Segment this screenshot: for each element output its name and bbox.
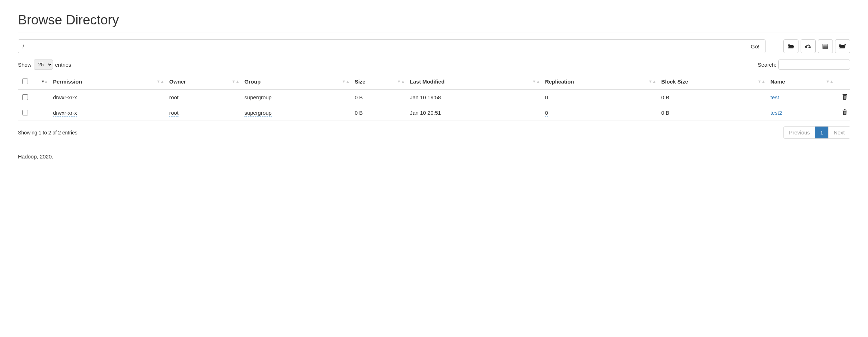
footer-separator xyxy=(18,146,850,146)
sort-icon: ▼▲ xyxy=(758,80,766,83)
folder-open-icon xyxy=(788,44,794,49)
block-size-value: 0 B xyxy=(661,94,669,100)
column-label: Name xyxy=(771,79,785,85)
new-folder-button[interactable] xyxy=(835,39,850,53)
open-folder-button[interactable] xyxy=(783,39,798,53)
name-link[interactable]: test xyxy=(771,94,779,100)
new-folder-icon xyxy=(839,44,846,49)
column-sort-indicator[interactable]: ▼▲ xyxy=(36,74,50,89)
column-permission[interactable]: Permission ▼▲ xyxy=(50,74,166,89)
group-value[interactable]: supergroup xyxy=(244,110,272,117)
list-button[interactable] xyxy=(818,39,833,53)
column-last-modified[interactable]: Last Modified ▼▲ xyxy=(407,74,542,89)
path-input-group: Go! xyxy=(18,39,766,53)
replication-value[interactable]: 0 xyxy=(545,94,548,101)
permission-value[interactable]: drwxr-xr-x xyxy=(53,110,77,117)
entries-select[interactable]: 25 xyxy=(34,60,53,70)
pagination: Previous 1 Next xyxy=(783,126,850,139)
last-modified-value: Jan 10 19:58 xyxy=(410,94,441,100)
last-modified-value: Jan 10 20:51 xyxy=(410,110,441,116)
go-button[interactable]: Go! xyxy=(745,40,765,53)
page-title: Browse Directory xyxy=(18,13,850,28)
row-checkbox[interactable] xyxy=(22,94,28,100)
replication-value[interactable]: 0 xyxy=(545,110,548,117)
path-input[interactable] xyxy=(18,40,745,53)
pagination-page-1[interactable]: 1 xyxy=(815,127,829,138)
permission-value[interactable]: drwxr-xr-x xyxy=(53,94,77,101)
sort-icon: ▼▲ xyxy=(397,80,405,83)
sort-icon: ▼▲ xyxy=(648,80,656,83)
sort-icon: ▼▲ xyxy=(826,80,834,83)
table-info: Showing 1 to 2 of 2 entries xyxy=(18,130,77,136)
column-label: Last Modified xyxy=(410,79,445,85)
column-block-size[interactable]: Block Size ▼▲ xyxy=(658,74,768,89)
show-label-post: entries xyxy=(55,62,71,68)
footer-text: Hadoop, 2020. xyxy=(18,153,850,160)
file-table: ▼▲ Permission ▼▲ Owner ▼▲ Group ▼▲ Size … xyxy=(18,74,850,120)
column-name[interactable]: Name ▼▲ xyxy=(768,74,836,89)
column-replication[interactable]: Replication ▼▲ xyxy=(542,74,658,89)
sort-icon: ▼▲ xyxy=(41,80,48,83)
list-icon xyxy=(822,44,828,49)
column-label: Replication xyxy=(545,79,574,85)
table-row: drwxr-xr-xrootsupergroup0 BJan 10 20:510… xyxy=(18,105,850,120)
sort-icon: ▼▲ xyxy=(232,80,239,83)
sort-icon: ▼▲ xyxy=(156,80,164,83)
column-owner[interactable]: Owner ▼▲ xyxy=(166,74,242,89)
column-label: Owner xyxy=(169,79,186,85)
header-separator xyxy=(18,33,850,33)
show-label-pre: Show xyxy=(18,62,32,68)
sort-icon: ▼▲ xyxy=(532,80,540,83)
name-link[interactable]: test2 xyxy=(771,110,782,116)
column-label: Group xyxy=(244,79,261,85)
block-size-value: 0 B xyxy=(661,110,669,116)
group-value[interactable]: supergroup xyxy=(244,94,272,101)
upload-button[interactable] xyxy=(801,39,816,53)
upload-icon xyxy=(805,44,811,49)
select-all-checkbox[interactable] xyxy=(22,79,28,84)
pagination-previous[interactable]: Previous xyxy=(784,127,815,138)
delete-button[interactable] xyxy=(842,94,847,100)
pagination-next[interactable]: Next xyxy=(829,127,850,138)
column-size[interactable]: Size ▼▲ xyxy=(352,74,407,89)
search-label: Search: xyxy=(758,62,776,68)
search-input[interactable] xyxy=(778,60,850,70)
column-label: Permission xyxy=(53,79,82,85)
delete-button[interactable] xyxy=(842,109,847,115)
sort-icon: ▼▲ xyxy=(342,80,350,83)
trash-icon xyxy=(842,109,847,115)
table-row: drwxr-xr-xrootsupergroup0 BJan 10 19:580… xyxy=(18,89,850,105)
owner-value[interactable]: root xyxy=(169,110,178,117)
owner-value[interactable]: root xyxy=(169,94,178,101)
size-value: 0 B xyxy=(355,110,363,116)
size-value: 0 B xyxy=(355,94,363,100)
column-group[interactable]: Group ▼▲ xyxy=(242,74,352,89)
trash-icon xyxy=(842,94,847,100)
column-label: Block Size xyxy=(661,79,688,85)
column-label: Size xyxy=(355,79,366,85)
row-checkbox[interactable] xyxy=(22,110,28,115)
